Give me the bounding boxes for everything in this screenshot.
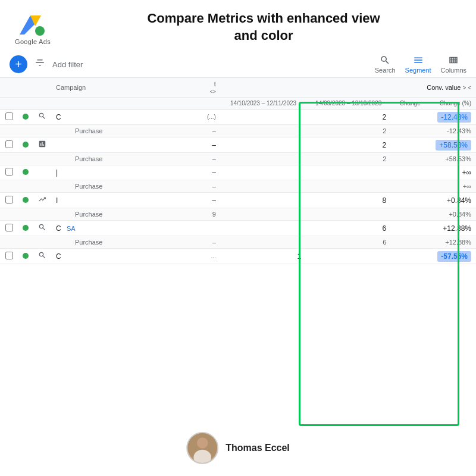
search-label: Search	[375, 67, 396, 74]
columns-label: Columns	[441, 67, 466, 74]
col-t: t <>	[200, 78, 221, 98]
col-conv-value-group: Conv. value > <	[221, 78, 476, 98]
add-button[interactable]: +	[10, 55, 27, 73]
table-row: C ... 1 -57.55%	[0, 249, 476, 264]
campaigns-table: Campaign t <> Conv. value > < 14/10/	[0, 78, 476, 264]
table-row: Purchase – 2 +58.53%	[0, 153, 476, 165]
sub-label: Purchase	[51, 153, 200, 165]
table-row: | – +∞	[0, 165, 476, 180]
campaign-name: C	[51, 109, 200, 125]
toolbar: + Add filter Search Segment Columns	[0, 51, 476, 78]
change-pct-badge: -12.43%	[437, 112, 471, 123]
status-dot	[23, 197, 29, 203]
change-pct-badge: -57.55%	[437, 251, 471, 262]
table-header-row-2: 14/10/2023 – 12/11/2023 14/09/2023 – 13/…	[0, 98, 476, 109]
page-header: Google Ads Compare Metrics with enhanced…	[0, 0, 476, 51]
row-checkbox[interactable]	[5, 196, 13, 203]
search-button[interactable]: Search	[375, 55, 396, 74]
campaign-name: C SA	[51, 221, 200, 236]
row-checkbox[interactable]	[5, 252, 13, 259]
col-campaign-header: Campaign	[51, 78, 200, 98]
svg-point-4	[197, 437, 208, 449]
search-icon	[38, 112, 46, 120]
table-row: Purchase 9 +0.84%	[0, 208, 476, 221]
table-row: – 2 +58.53%	[0, 137, 476, 153]
page-title: Compare Metrics with enhanced view and c…	[63, 10, 464, 44]
col-date2-header: 14/09/2023 – 13/10/2023	[306, 98, 391, 109]
trend-icon	[38, 195, 46, 203]
row-checkbox[interactable]	[5, 112, 13, 120]
svg-point-1	[35, 26, 45, 36]
filter-icon-button[interactable]	[32, 55, 48, 73]
sub-label: Purchase	[51, 236, 200, 249]
campaign-name: |	[51, 165, 200, 180]
page-title-block: Compare Metrics with enhanced view and c…	[63, 10, 464, 44]
col-change-pct-header: Change (%)	[425, 98, 476, 109]
row-checkbox[interactable]	[5, 168, 13, 176]
profile-name: Thomas Eccel	[226, 443, 290, 453]
col-checkbox	[0, 78, 18, 98]
change-pct-badge: +58.53%	[436, 140, 471, 151]
segment-label: Segment	[405, 67, 431, 74]
sub-label: Purchase	[51, 125, 200, 137]
table-row: I – 8 +0.84%	[0, 193, 476, 208]
status-dot	[23, 253, 29, 259]
search-icon	[38, 251, 46, 259]
avatar	[186, 432, 218, 464]
status-dot	[23, 169, 29, 175]
table-row: C SA 6 +12.88%	[0, 221, 476, 236]
sub-label: Purchase	[51, 180, 200, 193]
row-checkbox[interactable]	[5, 224, 13, 231]
col-date1-header: 14/10/2023 – 12/11/2023	[221, 98, 306, 109]
table-row: Purchase – 2 -12.43%	[0, 125, 476, 137]
status-dot	[23, 225, 29, 231]
status-dot	[23, 142, 29, 148]
table-row: Purchase – 6 +12.88%	[0, 236, 476, 249]
data-table-area: Campaign t <> Conv. value > < 14/10/	[0, 78, 476, 264]
sa-badge: SA	[67, 225, 76, 232]
col-change-header: Change	[391, 98, 425, 109]
col-icon	[33, 78, 51, 98]
google-ads-logo: Google Ads	[12, 10, 54, 45]
row-checkbox[interactable]	[5, 140, 13, 148]
toolbar-right: Search Segment Columns	[375, 55, 466, 74]
profile-bar: Thomas Eccel	[186, 432, 290, 464]
columns-button[interactable]: Columns	[441, 55, 466, 74]
add-filter-label: Add filter	[52, 60, 83, 69]
col-status	[18, 78, 33, 98]
campaign-name	[51, 137, 200, 153]
chart-icon	[38, 140, 46, 148]
table-row: Purchase – +∞	[0, 180, 476, 193]
segment-button[interactable]: Segment	[405, 55, 431, 74]
search-icon	[38, 223, 46, 231]
campaign-name: C	[51, 249, 200, 264]
status-dot	[23, 114, 29, 120]
campaign-name: I	[51, 193, 200, 208]
logo-text: Google Ads	[15, 38, 51, 45]
sub-label: Purchase	[51, 208, 200, 221]
table-row: C (...) 2 -12.43%	[0, 109, 476, 125]
table-header-row-1: Campaign t <> Conv. value > <	[0, 78, 476, 98]
